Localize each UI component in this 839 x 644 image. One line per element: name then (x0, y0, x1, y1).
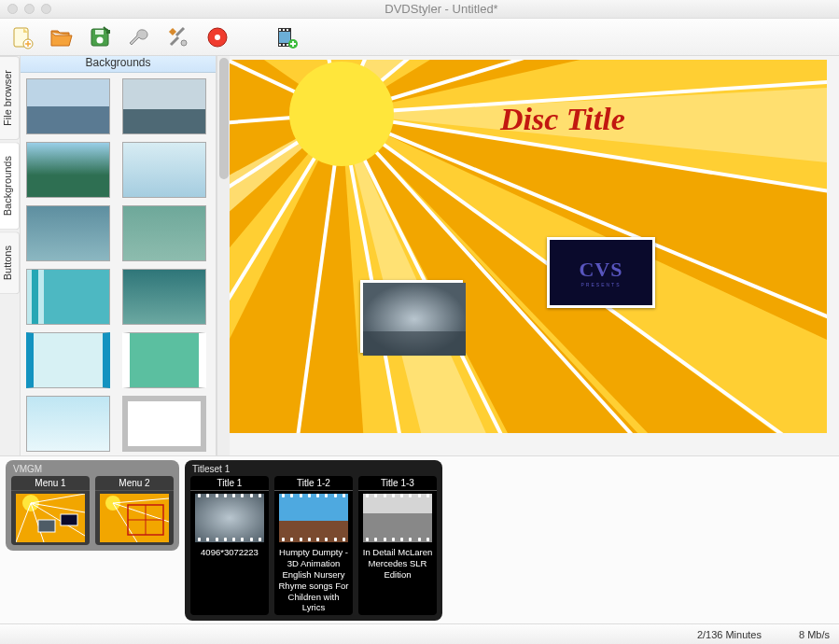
menu-video-clip-2[interactable]: CVS PRESENTS (547, 237, 655, 308)
title-thumb (363, 494, 432, 542)
burn-disc-icon (205, 25, 230, 49)
title-label: Title 1 (190, 476, 269, 491)
tab-buttons[interactable]: Buttons (0, 231, 20, 294)
window-titlebar: DVDStyler - Untitled* (0, 0, 839, 19)
titleset-group: Titleset 1 Title 1 4096*3072223 Title 1-… (185, 460, 442, 621)
svg-rect-15 (283, 44, 285, 46)
background-thumb[interactable] (26, 396, 110, 452)
timeline-strip: VMGM Menu 1 Menu 2 Titleset 1 Title 1 (0, 455, 839, 623)
title-caption: 4096*3072223 (190, 545, 269, 560)
new-file-button[interactable] (7, 23, 35, 51)
burn-disc-button[interactable] (203, 23, 231, 51)
minimize-icon[interactable] (24, 4, 35, 14)
background-thumb[interactable] (122, 396, 206, 452)
background-thumb[interactable] (26, 269, 110, 325)
svg-rect-45 (38, 520, 55, 532)
background-thumb[interactable] (122, 142, 206, 198)
title-label: Title 1-2 (274, 476, 353, 491)
status-bitrate: 8 Mb/s (799, 629, 830, 640)
background-thumb[interactable] (26, 142, 110, 198)
svg-rect-16 (287, 44, 288, 46)
title-caption: Humpty Dumpty - 3D Animation English Nur… (274, 545, 353, 615)
wrench-icon (127, 25, 151, 49)
svg-point-35 (289, 62, 394, 166)
svg-rect-11 (279, 29, 281, 31)
menu-canvas[interactable]: Disc Title CVS PRESENTS (230, 60, 827, 433)
title-item-2[interactable]: Title 1-2 Humpty Dumpty - 3D Animation E… (274, 476, 353, 615)
vmgm-label: VMGM (13, 464, 174, 474)
title-thumb (195, 494, 264, 542)
svg-rect-12 (283, 29, 285, 31)
tools-button[interactable] (164, 23, 192, 51)
title-thumb (279, 494, 348, 542)
film-add-icon (274, 25, 299, 49)
svg-rect-14 (279, 44, 281, 46)
title-item-3[interactable]: Title 1-3 In Detail McLaren Mercedes SLR… (358, 476, 437, 615)
menu-thumb (16, 494, 85, 542)
title-item-1[interactable]: Title 1 4096*3072223 (190, 476, 269, 615)
disc-title-text[interactable]: Disc Title (500, 102, 625, 137)
vmgm-group: VMGM Menu 1 Menu 2 (6, 460, 179, 551)
menu-video-clip-1[interactable] (360, 280, 463, 353)
background-thumb[interactable] (122, 332, 206, 388)
background-thumb[interactable] (26, 205, 110, 261)
svg-rect-46 (61, 514, 77, 525)
backgrounds-grid (21, 73, 216, 455)
menu-item-title: Menu 1 (11, 476, 90, 491)
cvs-logo-text: CVS (579, 258, 622, 282)
background-thumb[interactable] (122, 78, 206, 134)
save-icon (88, 25, 112, 49)
menu-item-title: Menu 2 (95, 476, 174, 491)
window-controls[interactable] (7, 4, 51, 14)
status-minutes: 2/136 Minutes (697, 629, 762, 640)
background-thumb[interactable] (26, 332, 110, 388)
svg-rect-13 (287, 29, 288, 31)
tab-backgrounds[interactable]: Backgrounds (0, 142, 20, 230)
save-file-button[interactable] (86, 23, 114, 51)
menu-canvas-area: Disc Title CVS PRESENTS (230, 56, 839, 455)
title-label: Title 1-3 (358, 476, 437, 491)
zoom-icon[interactable] (41, 4, 51, 14)
svg-point-3 (97, 36, 104, 43)
tab-file-browser[interactable]: File browser (0, 56, 20, 140)
new-file-icon (9, 25, 34, 49)
menu-thumb (100, 494, 169, 542)
panel-scrollbar[interactable] (217, 56, 230, 455)
background-thumb[interactable] (122, 205, 206, 261)
panel-header: Backgrounds (21, 56, 216, 73)
side-tabs: File browser Backgrounds Buttons (0, 56, 21, 455)
window-title: DVDStyler - Untitled* (51, 2, 832, 16)
background-thumb[interactable] (26, 78, 110, 134)
scrollbar-thumb[interactable] (219, 58, 229, 179)
svg-rect-37 (363, 331, 466, 356)
folder-open-icon (49, 25, 73, 49)
svg-rect-10 (279, 32, 290, 43)
cvs-sub-text: PRESENTS (579, 282, 622, 287)
backgrounds-panel: Backgrounds (21, 56, 217, 455)
svg-point-5 (181, 40, 187, 46)
menu-item-1[interactable]: Menu 1 (11, 476, 90, 545)
main-toolbar (0, 19, 839, 56)
titleset-label: Titleset 1 (192, 464, 437, 474)
svg-point-7 (215, 35, 220, 40)
close-icon[interactable] (7, 4, 18, 14)
settings-button[interactable] (125, 23, 153, 51)
background-thumb[interactable] (122, 269, 206, 325)
add-video-button[interactable] (273, 23, 301, 51)
menu-item-2[interactable]: Menu 2 (95, 476, 174, 545)
svg-rect-4 (95, 30, 104, 35)
open-file-button[interactable] (47, 23, 75, 51)
status-bar: 2/136 Minutes 8 Mb/s (0, 623, 839, 644)
tools-icon (166, 25, 190, 49)
title-caption: In Detail McLaren Mercedes SLR Edition (358, 545, 437, 582)
